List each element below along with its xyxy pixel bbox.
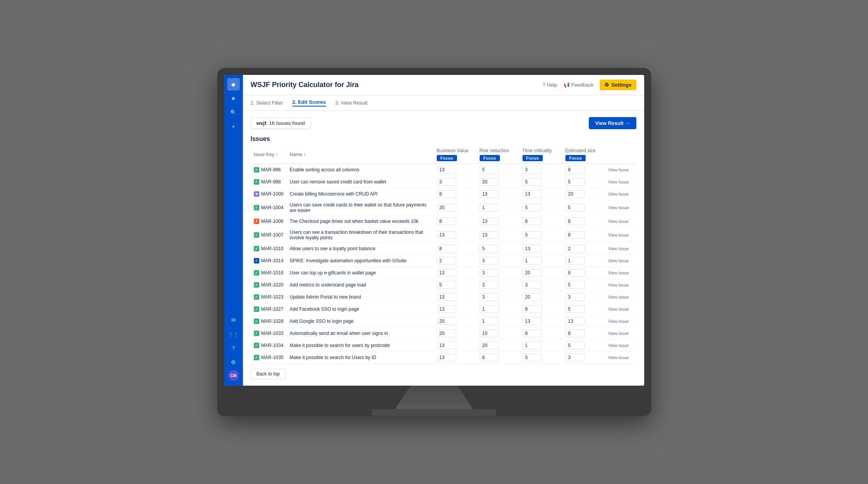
score-bv[interactable] [434,176,477,188]
breadcrumb-step-1[interactable]: 1. Select Filter [251,100,283,106]
score-tc[interactable] [519,315,562,327]
score-input-es[interactable] [565,329,585,337]
score-es[interactable] [562,303,605,315]
score-input-rr[interactable] [480,217,499,225]
view-issue-link[interactable]: View Issue [608,355,629,360]
score-input-tc[interactable] [523,204,542,212]
score-bv[interactable] [434,255,477,267]
score-bv[interactable] [434,340,477,352]
view-issue-link[interactable]: View Issue [608,180,629,184]
score-tc[interactable] [519,215,562,228]
score-input-es[interactable] [565,281,585,289]
view-issue-link[interactable]: View Issue [608,270,629,275]
score-input-rr[interactable] [480,329,499,337]
view-result-button[interactable]: View Result → [589,117,636,129]
score-rr[interactable] [477,228,519,243]
view-issue-link[interactable]: View Issue [608,246,629,251]
sidebar-icon-home[interactable]: ◆ [227,78,240,91]
score-tc[interactable] [519,340,562,352]
score-rr[interactable] [477,255,519,267]
view-issue-link[interactable]: View Issue [608,258,629,263]
score-es[interactable] [562,228,605,243]
score-input-tc[interactable] [523,329,542,337]
score-bv[interactable] [434,200,477,215]
score-bv[interactable] [434,243,477,255]
view-issue-link[interactable]: View Issue [608,233,629,237]
score-input-tc[interactable] [523,305,542,313]
col-header-issue-key[interactable]: Issue Key ↑ [251,146,287,164]
breadcrumb-step-2[interactable]: 2. Edit Scores [292,99,326,107]
score-es[interactable] [562,291,605,303]
score-input-es[interactable] [565,204,585,212]
score-input-tc[interactable] [523,166,542,174]
sidebar-icon-add[interactable]: + [227,120,240,133]
score-es[interactable] [562,200,605,215]
score-es[interactable] [562,215,605,228]
score-input-rr[interactable] [480,231,499,239]
score-input-bv[interactable] [437,305,456,313]
score-input-tc[interactable] [523,342,542,349]
score-input-bv[interactable] [437,166,456,174]
score-input-rr[interactable] [480,305,499,313]
score-bv[interactable] [434,315,477,327]
score-input-es[interactable] [565,190,585,198]
score-bv[interactable] [434,228,477,243]
score-input-es[interactable] [565,293,585,301]
view-issue-link[interactable]: View Issue [608,343,629,348]
sidebar-icon-settings[interactable]: ⚙ [227,356,240,368]
view-issue-link[interactable]: View Issue [608,331,629,336]
view-issue-link[interactable]: View Issue [608,307,629,311]
score-input-bv[interactable] [437,293,456,301]
score-input-tc[interactable] [523,317,542,325]
score-input-tc[interactable] [523,281,542,289]
score-input-rr[interactable] [480,281,499,289]
help-button[interactable]: ? Help [542,82,557,88]
score-rr[interactable] [477,188,519,200]
score-rr[interactable] [477,243,519,255]
score-input-es[interactable] [565,166,585,174]
score-input-es[interactable] [565,217,585,225]
score-input-rr[interactable] [480,269,499,277]
score-rr[interactable] [477,200,519,215]
sidebar-icon-star[interactable]: ★ [227,92,240,105]
score-input-tc[interactable] [523,245,542,253]
score-rr[interactable] [477,327,519,340]
score-input-bv[interactable] [437,245,456,253]
score-input-bv[interactable] [437,329,456,337]
score-es[interactable] [562,327,605,340]
score-input-tc[interactable] [523,293,542,301]
score-tc[interactable] [519,176,562,188]
score-input-rr[interactable] [480,293,499,301]
score-es[interactable] [562,352,605,364]
score-input-bv[interactable] [437,354,456,361]
score-es[interactable] [562,164,605,176]
view-issue-link[interactable]: View Issue [608,205,629,210]
sidebar-icon-send[interactable]: ✉ [227,314,240,326]
score-es[interactable] [562,279,605,291]
score-input-tc[interactable] [523,231,542,239]
score-tc[interactable] [519,352,562,364]
score-es[interactable] [562,176,605,188]
score-input-es[interactable] [565,305,585,313]
score-input-bv[interactable] [437,178,456,186]
score-es[interactable] [562,340,605,352]
sidebar-icon-grid[interactable]: ⋮⋮ [227,328,240,340]
score-tc[interactable] [519,303,562,315]
score-tc[interactable] [519,255,562,267]
score-tc[interactable] [519,188,562,200]
score-es[interactable] [562,315,605,327]
score-input-bv[interactable] [437,217,456,225]
score-bv[interactable] [434,303,477,315]
view-issue-link[interactable]: View Issue [608,219,629,224]
score-input-es[interactable] [565,231,585,239]
score-input-tc[interactable] [523,178,542,186]
score-tc[interactable] [519,200,562,215]
score-input-tc[interactable] [523,354,542,361]
score-rr[interactable] [477,215,519,228]
score-rr[interactable] [477,303,519,315]
back-to-top-button[interactable]: Back to top [251,368,286,379]
score-input-tc[interactable] [523,269,542,277]
score-input-rr[interactable] [480,178,499,186]
score-tc[interactable] [519,291,562,303]
score-input-es[interactable] [565,317,585,325]
